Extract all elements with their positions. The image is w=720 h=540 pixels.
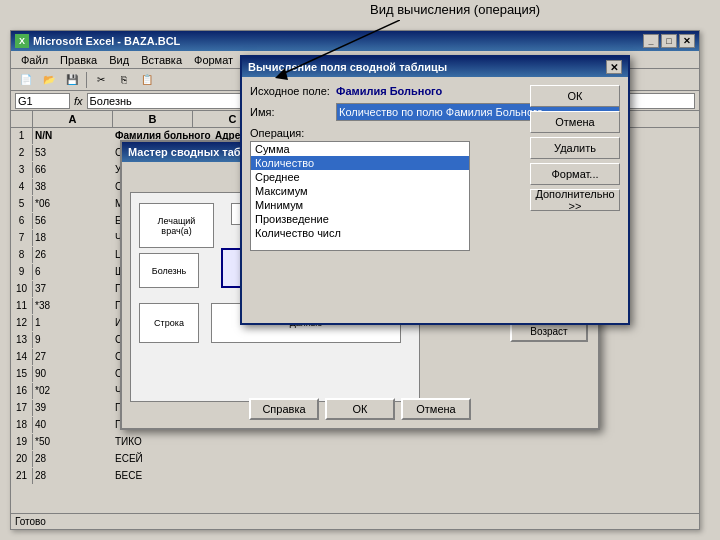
cell[interactable]: 27 <box>33 349 113 365</box>
row-number: 17 <box>11 400 33 416</box>
annotation-text: Вид вычисления (операция) <box>370 2 540 17</box>
row-number: 21 <box>11 468 33 484</box>
cell[interactable]: 6 <box>33 264 113 280</box>
row-number: 2 <box>11 145 33 161</box>
col-header-b[interactable]: B <box>113 111 193 127</box>
btn-calc-ok[interactable]: ОК <box>530 85 620 107</box>
cell[interactable]: 1 <box>33 315 113 331</box>
btn-calc-cancel[interactable]: Отмена <box>530 111 620 133</box>
cell[interactable]: 40 <box>33 417 113 433</box>
dialog-calc-body: Исходное поле: Фамилия Больного Имя: Опе… <box>242 77 628 323</box>
row-number: 18 <box>11 417 33 433</box>
row-number: 7 <box>11 230 33 246</box>
imya-label: Имя: <box>250 106 330 118</box>
btn-otmena-master[interactable]: Отмена <box>401 398 471 420</box>
cell[interactable] <box>293 468 373 484</box>
operation-item[interactable]: Сумма <box>251 142 469 156</box>
cell[interactable] <box>293 451 373 467</box>
cell[interactable]: ЕСЕЙ <box>113 451 213 467</box>
menu-format[interactable]: Формат <box>188 53 239 67</box>
dialog-calc: Вычисление поля сводной таблицы ✕ Исходн… <box>240 55 630 325</box>
table-row: 19*50ТИКО <box>11 434 699 451</box>
operation-item[interactable]: Количество <box>251 156 469 170</box>
cell[interactable]: 39 <box>33 400 113 416</box>
cell[interactable]: *06 <box>33 196 113 212</box>
dialog-calc-title: Вычисление поля сводной таблицы <box>248 61 447 73</box>
layout-stroka[interactable]: Строка <box>139 303 199 343</box>
toolbar-cut[interactable]: ✂ <box>90 71 112 89</box>
cell[interactable]: *38 <box>33 298 113 314</box>
row-number: 12 <box>11 315 33 331</box>
cell-ref-input[interactable] <box>15 93 70 109</box>
menu-edit[interactable]: Правка <box>54 53 103 67</box>
toolbar-open[interactable]: 📂 <box>38 71 60 89</box>
cell[interactable]: *50 <box>33 434 113 450</box>
minimize-button[interactable]: _ <box>643 34 659 48</box>
cell[interactable]: 28 <box>33 468 113 484</box>
cell[interactable]: *02 <box>33 383 113 399</box>
cell[interactable]: 28 <box>33 451 113 467</box>
operation-item[interactable]: Минимум <box>251 198 469 212</box>
row-number: 3 <box>11 162 33 178</box>
menu-insert[interactable]: Вставка <box>135 53 188 67</box>
operation-list[interactable]: СуммаКоличествоСреднееМаксимумМинимумПро… <box>250 141 470 251</box>
row-number: 13 <box>11 332 33 348</box>
btn-calc-more[interactable]: Дополнительно >> <box>530 189 620 211</box>
operation-item[interactable]: Максимум <box>251 184 469 198</box>
menu-view[interactable]: Вид <box>103 53 135 67</box>
cell[interactable]: 56 <box>33 213 113 229</box>
cell[interactable] <box>213 451 293 467</box>
col-header-a[interactable]: A <box>33 111 113 127</box>
cell[interactable] <box>293 434 373 450</box>
formula-fx: fx <box>74 95 83 107</box>
toolbar-sep1 <box>86 72 87 88</box>
master-bottom-buttons: Справка ОК Отмена <box>249 398 471 420</box>
operation-item[interactable]: Среднее <box>251 170 469 184</box>
row-number: 1 <box>11 128 33 144</box>
layout-bolezn-label: Болезнь <box>152 266 187 276</box>
cell[interactable]: 38 <box>33 179 113 195</box>
layout-bolezn[interactable]: Болезнь <box>139 253 199 288</box>
status-text: Готово <box>15 516 46 527</box>
cell[interactable]: 37 <box>33 281 113 297</box>
operation-item[interactable]: Количество числ <box>251 226 469 240</box>
btn-ok[interactable]: ОК <box>325 398 395 420</box>
btn-calc-format[interactable]: Формат... <box>530 163 620 185</box>
cell[interactable] <box>213 434 293 450</box>
toolbar-new[interactable]: 📄 <box>15 71 37 89</box>
dialog-calc-titlebar: Вычисление поля сводной таблицы ✕ <box>242 57 628 77</box>
layout-lec-vrach[interactable]: Лечащий врач(а) <box>139 203 214 248</box>
layout-lec-vrach-label: Лечащий врач(а) <box>158 216 196 236</box>
cell[interactable]: БЕСЕ <box>113 468 213 484</box>
titlebar-controls: _ □ ✕ <box>643 34 695 48</box>
toolbar-paste[interactable]: 📋 <box>136 71 158 89</box>
row-number: 4 <box>11 179 33 195</box>
cell[interactable]: ТИКО <box>113 434 213 450</box>
ishodnoe-label: Исходное поле: <box>250 85 330 97</box>
maximize-button[interactable]: □ <box>661 34 677 48</box>
cell[interactable]: 90 <box>33 366 113 382</box>
operation-item[interactable]: Произведение <box>251 212 469 226</box>
table-row: 2028ЕСЕЙ <box>11 451 699 468</box>
cell[interactable]: 26 <box>33 247 113 263</box>
cell[interactable] <box>213 468 293 484</box>
btn-spravka[interactable]: Справка <box>249 398 319 420</box>
close-button[interactable]: ✕ <box>679 34 695 48</box>
excel-titlebar: X Microsoft Excel - BAZA.BCL _ □ ✕ <box>11 31 699 51</box>
row-number: 14 <box>11 349 33 365</box>
menu-file[interactable]: Файл <box>15 53 54 67</box>
cell[interactable]: N/N <box>33 128 113 144</box>
dialog-calc-close[interactable]: ✕ <box>606 60 622 74</box>
btn-calc-delete[interactable]: Удалить <box>530 137 620 159</box>
cell[interactable]: 66 <box>33 162 113 178</box>
ishodnoe-value: Фамилия Больного <box>336 85 442 97</box>
row-number: 15 <box>11 366 33 382</box>
excel-title: Microsoft Excel - BAZA.BCL <box>33 35 180 47</box>
toolbar-copy[interactable]: ⎘ <box>113 71 135 89</box>
dialog-buttons: ОК Отмена Удалить Формат... Дополнительн… <box>530 85 620 211</box>
row-number: 10 <box>11 281 33 297</box>
cell[interactable]: 9 <box>33 332 113 348</box>
toolbar-save[interactable]: 💾 <box>61 71 83 89</box>
cell[interactable]: 18 <box>33 230 113 246</box>
cell[interactable]: 53 <box>33 145 113 161</box>
